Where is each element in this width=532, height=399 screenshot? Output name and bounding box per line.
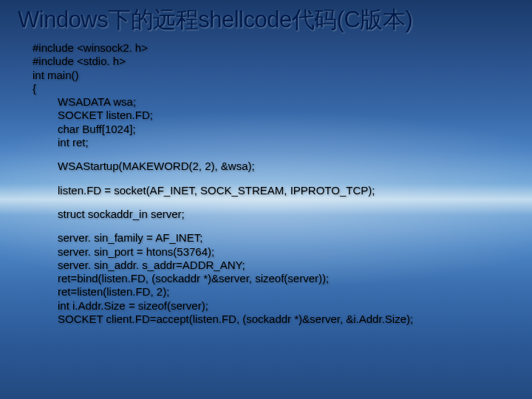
code-line: WSAStartup(MAKEWORD(2, 2), &wsa); xyxy=(58,160,510,173)
code-line: listen.FD = socket(AF_INET, SOCK_STREAM,… xyxy=(58,184,510,197)
blank-line xyxy=(33,221,510,231)
code-line: #include <winsock2. h> xyxy=(33,41,510,55)
code-line: #include <stdio. h> xyxy=(33,55,510,68)
code-line: server. sin_addr. s_addr=ADDR_ANY; xyxy=(58,259,510,272)
blank-line xyxy=(33,149,510,160)
code-line: int ret; xyxy=(58,136,510,149)
code-line: server. sin_port = htons(53764); xyxy=(58,245,510,259)
code-line: { xyxy=(33,82,510,95)
blank-line xyxy=(33,174,510,184)
slide: Windows下的远程shellcode代码(C版本) #include <wi… xyxy=(0,0,532,399)
slide-title: Windows下的远程shellcode代码(C版本) xyxy=(18,4,412,35)
code-line: SOCKET listen.FD; xyxy=(58,109,510,122)
code-line: SOCKET client.FD=accept(listen.FD, (sock… xyxy=(58,313,510,326)
blank-line xyxy=(33,197,510,208)
code-line: struct sockaddr_in server; xyxy=(58,208,510,221)
code-line: int main() xyxy=(33,69,510,82)
code-line: int i.Addr.Size = sizeof(server); xyxy=(58,299,510,313)
code-line: ret=bind(listen.FD, (sockaddr *)&server,… xyxy=(58,272,510,285)
code-line: server. sin_family = AF_INET; xyxy=(58,231,510,245)
code-block: #include <winsock2. h> #include <stdio. … xyxy=(33,41,510,326)
code-line: ret=listen(listen.FD, 2); xyxy=(58,285,510,299)
code-line: WSADATA wsa; xyxy=(58,95,510,109)
code-line: char Buff[1024]; xyxy=(58,123,510,136)
